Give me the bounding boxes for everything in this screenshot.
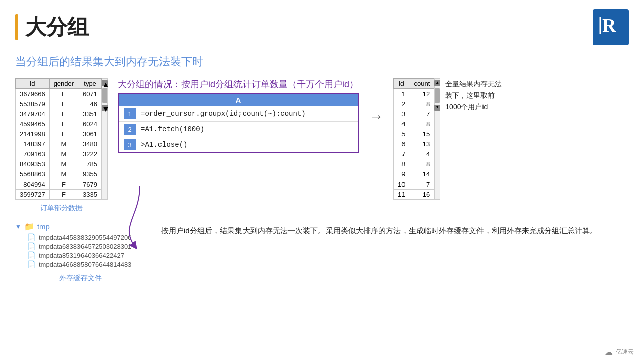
table-cell: 5538579 bbox=[16, 99, 50, 109]
group-desc: 大分组的情况：按用户id分组统计订单数量（千万个用户id） bbox=[118, 78, 359, 90]
scroll-bar[interactable]: ▲ ▼ bbox=[102, 78, 108, 200]
formula-row: 1 =order_cursor.groupx(id;count(~):count… bbox=[119, 106, 358, 121]
table-cell: 5568863 bbox=[16, 169, 50, 179]
col-id: id bbox=[16, 79, 50, 89]
table-row: 88 bbox=[394, 159, 434, 169]
result-scroll-bar[interactable]: ▲ ▼ bbox=[434, 78, 440, 200]
table-row: 3679666F6071 bbox=[16, 89, 102, 99]
page-title: 大分组 bbox=[25, 13, 89, 41]
table-cell: M bbox=[49, 139, 78, 149]
table-cell: 7 bbox=[394, 149, 410, 159]
table-cell: 8409353 bbox=[16, 159, 50, 169]
table-row: 112 bbox=[394, 89, 434, 99]
formula-code: =A1.fetch(1000) bbox=[141, 125, 204, 133]
table-cell: F bbox=[49, 129, 78, 139]
table-row: 804994F7679 bbox=[16, 179, 102, 190]
table-cell: 8 bbox=[410, 159, 434, 169]
col-type: type bbox=[78, 79, 102, 89]
file-icon: 📄 bbox=[27, 251, 36, 259]
file-name: tmpdata4458383290554497206 bbox=[39, 234, 131, 241]
col-gender: gender bbox=[49, 79, 78, 89]
file-name: tmpdata4668858076644814483 bbox=[39, 261, 131, 268]
table-cell: 3679666 bbox=[16, 89, 50, 99]
row-number: 3 bbox=[124, 139, 136, 150]
table-cell: 3 bbox=[394, 109, 410, 119]
table-cell: 3335 bbox=[78, 190, 102, 200]
table-cell: 804994 bbox=[16, 179, 50, 190]
table-cell: F bbox=[49, 99, 78, 109]
table-row: 4599465F6024 bbox=[16, 119, 102, 129]
formula-code: >A1.close() bbox=[141, 141, 187, 149]
scroll-down-btn[interactable]: ▼ bbox=[102, 105, 108, 111]
table-cell: 4 bbox=[410, 149, 434, 159]
svg-text:R: R bbox=[602, 15, 616, 36]
table-row: 3479704F3351 bbox=[16, 109, 102, 119]
list-item: 📄 tmpdata4668858076644814483 bbox=[15, 260, 146, 268]
bottom-section: ▼ 📁 tmp 📄 tmpdata4458383290554497206 📄 t… bbox=[0, 217, 644, 283]
table-cell: M bbox=[49, 169, 78, 179]
right-table-wrap: id count 11228374851561374889141071116 ▲… bbox=[393, 78, 440, 200]
table-cell: 6 bbox=[394, 139, 410, 149]
table-cell: 12 bbox=[410, 89, 434, 99]
table-row: 107 bbox=[394, 179, 434, 190]
table-with-scroll: id gender type 3679666F60715538579F46347… bbox=[15, 78, 108, 200]
folder-icon: 📁 bbox=[24, 222, 34, 231]
footer: ☁ 亿速云 bbox=[605, 347, 634, 357]
table-row: 74 bbox=[394, 149, 434, 159]
table-cell: 10 bbox=[394, 179, 410, 190]
table-cell: F bbox=[49, 109, 78, 119]
result-scroll-down[interactable]: ▼ bbox=[434, 105, 440, 111]
scroll-thumb[interactable] bbox=[102, 88, 107, 103]
table-row: 709163M3222 bbox=[16, 149, 102, 159]
table-row: 914 bbox=[394, 169, 434, 179]
file-icon: 📄 bbox=[27, 233, 36, 241]
list-item: 📄 tmpdata85319640366422427 bbox=[15, 251, 146, 259]
table-cell: M bbox=[49, 149, 78, 159]
table-cell: 9355 bbox=[78, 169, 102, 179]
table-row: 37 bbox=[394, 109, 434, 119]
table-cell: F bbox=[49, 179, 78, 190]
table-cell: 6071 bbox=[78, 89, 102, 99]
table-row: 5538579F46 bbox=[16, 99, 102, 109]
table-row: 5568863M9355 bbox=[16, 169, 102, 179]
file-icon: 📄 bbox=[27, 242, 36, 250]
scroll-up-btn[interactable]: ▲ bbox=[102, 80, 108, 86]
footer-brand: 亿速云 bbox=[616, 348, 634, 356]
table-cell: F bbox=[49, 89, 78, 99]
result-note: 全量结果内存无法装下，这里取前1000个用户id bbox=[445, 78, 506, 112]
result-area: id count 11228374851561374889141071116 ▲… bbox=[393, 78, 506, 200]
table-cell: 14 bbox=[410, 169, 434, 179]
desc-text: 按用户id分组后，结果集大到内存无法一次装下。采用类似大排序的方法，生成临时外存… bbox=[161, 222, 629, 283]
table-cell: 8 bbox=[410, 99, 434, 109]
table-row: 515 bbox=[394, 129, 434, 139]
table-cell: 11 bbox=[394, 190, 410, 200]
result-scroll-thumb[interactable] bbox=[435, 88, 440, 103]
logo-text: R bbox=[598, 13, 623, 42]
table-cell: 16 bbox=[410, 190, 434, 200]
table-cell: 3479704 bbox=[16, 109, 50, 119]
header: 大分组 R bbox=[0, 0, 644, 50]
right-arrow-icon: → bbox=[369, 109, 383, 125]
table-cell: 13 bbox=[410, 139, 434, 149]
row-number: 2 bbox=[124, 124, 136, 135]
table-cell: 7 bbox=[410, 179, 434, 190]
table-cell: 3480 bbox=[78, 139, 102, 149]
formula-table: A 1 =order_cursor.groupx(id;count(~):cou… bbox=[118, 93, 359, 153]
table-cell: 3061 bbox=[78, 129, 102, 139]
table-cell: 3351 bbox=[78, 109, 102, 119]
table-cell: 2141998 bbox=[16, 129, 50, 139]
table-cell: 4599465 bbox=[16, 119, 50, 129]
table-cell: 8 bbox=[410, 119, 434, 129]
file-name: tmpdata85319640366422427 bbox=[39, 252, 124, 259]
table-cell: 5 bbox=[394, 129, 410, 139]
result-scroll-up[interactable]: ▲ bbox=[434, 80, 440, 86]
table-row: 8409353M785 bbox=[16, 159, 102, 169]
table-cell: 46 bbox=[78, 99, 102, 109]
formula-row: 2 =A1.fetch(1000) bbox=[119, 121, 358, 137]
table-cell: 7679 bbox=[78, 179, 102, 190]
table-cell: 15 bbox=[410, 129, 434, 139]
table-row: 2141998F3061 bbox=[16, 129, 102, 139]
formula-header: A bbox=[119, 94, 358, 106]
file-name: tmpdata6838364572503028301 bbox=[39, 243, 131, 250]
title-bar: 大分组 bbox=[15, 13, 89, 41]
